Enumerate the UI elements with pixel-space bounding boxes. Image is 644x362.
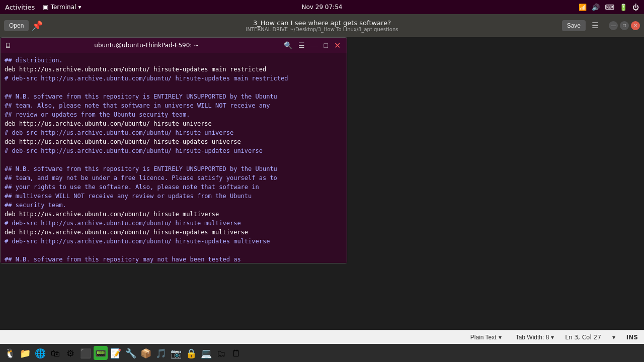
ln-col-indicator: Ln 3, Col 27 bbox=[565, 334, 601, 341]
network-icon: 📶 bbox=[579, 4, 587, 11]
system-bar-left: Activities ▣ Terminal ▾ bbox=[5, 4, 81, 11]
save-button[interactable]: Save bbox=[562, 20, 586, 31]
ubuntu-icon[interactable]: 🐧 bbox=[3, 346, 17, 360]
terminal-menu[interactable]: ▣ Terminal ▾ bbox=[43, 4, 81, 11]
terminal-menu-btn[interactable]: ☰ bbox=[296, 41, 307, 50]
maximize-button[interactable]: □ bbox=[620, 21, 629, 30]
plain-text-dropdown[interactable]: Plain Text ▾ bbox=[467, 333, 505, 342]
power-icon: ⏻ bbox=[632, 4, 639, 11]
terminal-content[interactable]: ## distribution. deb http://us.archive.u… bbox=[1, 53, 347, 263]
terminal-titlebar: 🖥 ubuntu@ubuntu-ThinkPad-E590: ~ 🔍 ☰ — □… bbox=[1, 38, 347, 53]
files-icon[interactable]: 📁 bbox=[18, 346, 32, 360]
window-controls: — □ ✕ bbox=[609, 21, 640, 30]
terminal-window-controls: 🔍 ☰ — □ ✕ bbox=[282, 41, 343, 50]
gedit-subtitle: INTERNAL DRIVE ~/Desktop/3_How To Linux/… bbox=[246, 27, 398, 32]
volume-icon: 🔊 bbox=[592, 4, 600, 11]
editor-right bbox=[347, 37, 644, 263]
battery-icon: 🔋 bbox=[619, 4, 627, 11]
close-button[interactable]: ✕ bbox=[631, 21, 640, 30]
hamburger-menu-button[interactable]: ☰ bbox=[589, 19, 602, 32]
ins-indicator: INS bbox=[626, 334, 638, 341]
plain-text-label: Plain Text bbox=[470, 334, 497, 341]
plain-text-chevron: ▾ bbox=[499, 334, 502, 341]
terminal-close-btn[interactable]: ✕ bbox=[332, 41, 343, 50]
terminal-menu-icon: ▣ bbox=[43, 4, 48, 11]
terminal-menu-label: Terminal bbox=[51, 4, 76, 11]
ln-col-dropdown[interactable]: ▾ bbox=[609, 333, 618, 342]
browser-icon[interactable]: 🌐 bbox=[33, 346, 47, 360]
tab-width-dropdown[interactable]: Tab Width: 8 ▾ bbox=[513, 333, 557, 342]
notes-icon[interactable]: 🗒 bbox=[229, 346, 244, 360]
gedit-title-block: 3_How can I see where apt gets software?… bbox=[246, 19, 398, 32]
keyboard-icon: ⌨ bbox=[605, 4, 614, 11]
pin-button[interactable]: 📌 bbox=[29, 18, 46, 33]
text-editor-icon[interactable]: 📝 bbox=[109, 346, 123, 360]
terminal-title: ubuntu@ubuntu-ThinkPad-E590: ~ bbox=[12, 42, 282, 49]
snap-store-icon[interactable]: 🛍 bbox=[48, 346, 62, 360]
system-bar-datetime: Nov 29 07:54 bbox=[302, 4, 343, 11]
settings-icon[interactable]: ⚙ bbox=[63, 346, 77, 360]
gedit-toolbar: Open 📌 3_How can I see where apt gets so… bbox=[0, 14, 644, 37]
package-icon[interactable]: 📦 bbox=[139, 346, 153, 360]
taskbar: 🐧 📁 🌐 🛍 ⚙ ⬛ 📟 📝 🔧 📦 🎵 📷 🔒 💻 🗂 🗒 bbox=[0, 344, 644, 362]
open-button[interactable]: Open bbox=[4, 20, 29, 31]
terminal-window: 🖥 ubuntu@ubuntu-ThinkPad-E590: ~ 🔍 ☰ — □… bbox=[0, 37, 347, 263]
status-bar: Plain Text ▾ Tab Width: 8 ▾ Ln 3, Col 27… bbox=[0, 330, 644, 344]
tab-width-label: Tab Width: 8 bbox=[516, 334, 549, 341]
terminal2-icon[interactable]: 📟 bbox=[94, 346, 108, 360]
terminal-minimize-btn[interactable]: — bbox=[309, 41, 320, 50]
terminal-search-button[interactable]: 🔍 bbox=[282, 41, 294, 50]
terminal-window-icon: 🖥 bbox=[5, 41, 12, 49]
ln-col-chevron: ▾ bbox=[612, 334, 615, 341]
security-icon[interactable]: 🔒 bbox=[184, 346, 198, 360]
folder-icon[interactable]: 🗂 bbox=[214, 346, 228, 360]
terminal-maximize-btn[interactable]: □ bbox=[322, 41, 330, 50]
system-icon[interactable]: 💻 bbox=[199, 346, 213, 360]
tab-width-chevron: ▾ bbox=[551, 334, 554, 341]
media-icon[interactable]: 🎵 bbox=[154, 346, 168, 360]
camera-icon[interactable]: 📷 bbox=[169, 346, 183, 360]
git-icon[interactable]: ⬛ bbox=[78, 346, 93, 360]
minimize-button[interactable]: — bbox=[609, 21, 618, 30]
gedit-title: 3_How can I see where apt gets software? bbox=[246, 19, 398, 27]
terminal-dropdown-icon: ▾ bbox=[78, 4, 81, 11]
editor-area: ln 🖥 ubuntu@ubuntu-ThinkPad-E590: ~ 🔍 ☰ … bbox=[0, 37, 644, 344]
wrench-icon[interactable]: 🔧 bbox=[124, 346, 138, 360]
activities-button[interactable]: Activities bbox=[5, 4, 35, 11]
system-bar-right: 📶 🔊 ⌨ 🔋 ⏻ bbox=[579, 4, 639, 11]
system-bar: Activities ▣ Terminal ▾ Nov 29 07:54 📶 🔊… bbox=[0, 0, 644, 14]
